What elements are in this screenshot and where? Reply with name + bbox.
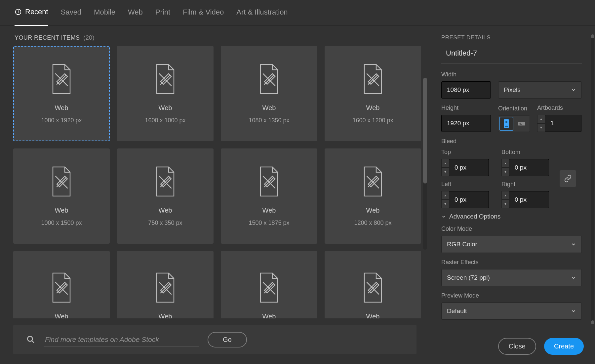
preset-card-title: Web [262, 313, 276, 319]
preset-card-size: 750 x 350 px [148, 220, 182, 226]
preset-card-size: 1200 x 800 px [354, 220, 391, 226]
preset-card-title: Web [55, 207, 68, 214]
preset-card-size: 1080 x 1920 px [41, 117, 82, 124]
orientation-landscape[interactable] [515, 117, 528, 130]
bleed-top-input[interactable] [449, 159, 489, 176]
tab-film-video[interactable]: Film & Video [183, 0, 224, 25]
chevron-down-icon [571, 275, 576, 280]
scrollbar-thumb[interactable] [423, 78, 427, 183]
document-icon [360, 272, 386, 303]
orientation-group [498, 115, 530, 132]
preset-card-size: 1600 x 1000 px [145, 117, 185, 124]
preset-card[interactable]: Web1600 x 1000 px [117, 46, 214, 141]
document-icon [152, 63, 178, 95]
preset-card[interactable]: Web1200 x 800 px [325, 148, 421, 244]
advanced-options-toggle[interactable]: Advanced Options [441, 213, 582, 220]
preset-card-title: Web [159, 207, 172, 214]
preview-mode-select[interactable]: Default [441, 303, 582, 320]
tab-recent[interactable]: Recent [15, 0, 48, 26]
link-bleed-button[interactable] [560, 170, 576, 187]
bleed-label: Bleed [441, 138, 582, 145]
document-icon [152, 166, 178, 197]
chevron-down-icon [571, 308, 576, 314]
scrollbar-vertical[interactable] [423, 78, 427, 250]
preset-card-title: Web [262, 207, 276, 214]
document-icon [256, 166, 282, 197]
preset-card-size: 1000 x 1500 px [41, 220, 82, 226]
create-button[interactable]: Create [544, 338, 584, 355]
preset-details-title: PRESET DETAILS [441, 34, 582, 41]
bleed-top-stepper[interactable]: ▲▼ [441, 159, 449, 176]
preset-card[interactable]: Web [13, 251, 110, 318]
recent-title: YOUR RECENT ITEMS [15, 34, 80, 41]
width-label: Width [441, 71, 491, 78]
units-select[interactable]: Pixels [498, 81, 582, 99]
width-input[interactable] [441, 81, 491, 99]
preset-card-size: 1080 x 1350 px [249, 117, 289, 124]
right-panel-scrollbar[interactable] [591, 34, 594, 324]
preset-card[interactable]: Web [117, 251, 214, 318]
tab-print[interactable]: Print [155, 0, 170, 25]
bleed-bottom-stepper[interactable]: ▲▼ [501, 159, 509, 176]
color-mode-label: Color Mode [441, 225, 582, 232]
preset-card[interactable]: Web1000 x 1500 px [13, 148, 110, 244]
bleed-left-stepper[interactable]: ▲▼ [441, 191, 449, 208]
preset-card[interactable]: Web [221, 251, 317, 318]
category-tabs: Recent Saved Mobile Web Print Film & Vid… [0, 0, 595, 26]
tab-art-illustration[interactable]: Art & Illustration [236, 0, 288, 25]
stepper-up-icon[interactable]: ▲ [537, 115, 545, 123]
document-name-input[interactable]: Untitled-7 [441, 47, 582, 64]
preset-card[interactable]: Web1500 x 1875 px [221, 148, 317, 244]
close-button[interactable]: Close [498, 338, 536, 355]
svg-line-6 [32, 341, 34, 343]
tab-saved[interactable]: Saved [61, 0, 81, 25]
preset-card-size: 1500 x 1875 px [249, 220, 289, 226]
color-mode-select[interactable]: RGB Color [441, 236, 582, 253]
artboards-input[interactable] [545, 115, 581, 132]
stock-search-input[interactable] [44, 333, 199, 346]
raster-effects-label: Raster Effects [441, 259, 582, 266]
height-input[interactable] [441, 115, 491, 132]
bleed-left-input[interactable] [449, 191, 489, 208]
clock-icon [15, 8, 22, 16]
preset-card[interactable]: Web750 x 350 px [117, 148, 214, 244]
document-icon [360, 63, 386, 95]
preset-card-title: Web [55, 104, 68, 112]
go-button[interactable]: Go [208, 332, 247, 347]
stock-search-bar: Go [13, 325, 416, 354]
preset-card-title: Web [159, 104, 172, 112]
recent-count: (20) [83, 34, 95, 41]
tab-mobile[interactable]: Mobile [94, 0, 115, 25]
preset-card-title: Web [159, 313, 172, 319]
tab-label: Recent [25, 8, 48, 16]
tab-web[interactable]: Web [128, 0, 143, 25]
preset-card-title: Web [262, 104, 276, 112]
document-icon [256, 272, 282, 303]
preset-card-title: Web [366, 104, 380, 112]
stepper-down-icon[interactable]: ▼ [537, 123, 545, 132]
document-icon [152, 272, 178, 303]
orientation-portrait[interactable] [500, 117, 513, 130]
document-icon [48, 166, 75, 197]
bleed-bottom-input[interactable] [509, 159, 549, 176]
preview-mode-label: Preview Mode [441, 292, 582, 299]
preset-card[interactable]: Web1600 x 1200 px [325, 46, 421, 141]
bleed-bottom-label: Bottom [501, 149, 554, 156]
preset-card[interactable]: Web1080 x 1920 px [13, 46, 110, 141]
bleed-right-input[interactable] [509, 191, 549, 208]
raster-effects-select[interactable]: Screen (72 ppi) [441, 269, 582, 286]
preset-card-title: Web [366, 313, 380, 319]
preset-card[interactable]: Web [325, 251, 421, 318]
link-icon [564, 175, 572, 182]
preset-card-size: 1600 x 1200 px [352, 117, 393, 124]
document-icon [48, 63, 75, 95]
bleed-right-stepper[interactable]: ▲▼ [501, 191, 509, 208]
search-icon [26, 335, 35, 344]
chevron-down-icon [441, 214, 446, 219]
preset-card[interactable]: Web1080 x 1350 px [221, 46, 317, 141]
chevron-down-icon [571, 242, 576, 247]
artboards-stepper[interactable]: ▲ ▼ [537, 115, 545, 132]
bleed-top-label: Top [441, 149, 494, 156]
chevron-down-icon [571, 87, 576, 93]
bleed-right-label: Right [501, 181, 554, 188]
